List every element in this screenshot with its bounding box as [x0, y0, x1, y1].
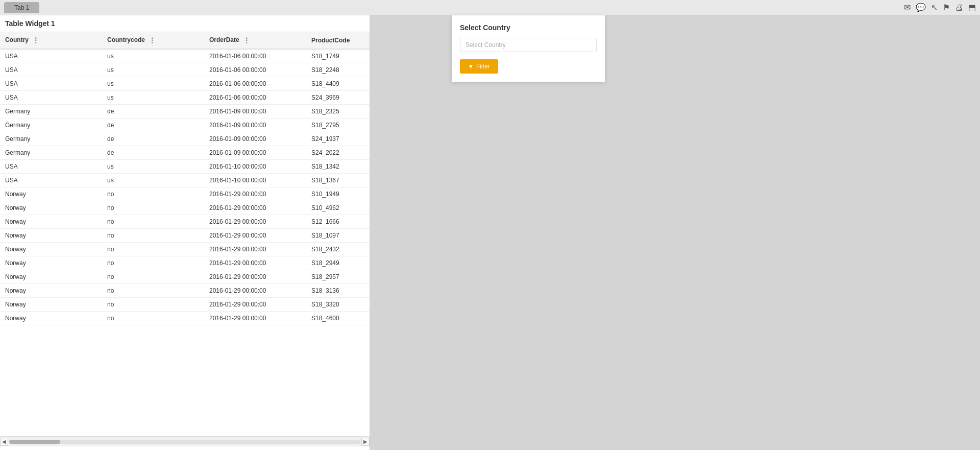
scroll-track[interactable]: [9, 440, 360, 444]
table-panel: Table Widget 1 Country ⋮ Countrycode ⋮: [0, 15, 370, 450]
col-menu-orderdate[interactable]: ⋮: [243, 36, 250, 44]
cell-country: USA: [0, 174, 102, 187]
cell-productcode: S18_2432: [306, 243, 370, 256]
cell-productcode: S18_1367: [306, 174, 370, 187]
col-header-orderdate[interactable]: OrderDate ⋮: [204, 32, 306, 49]
flag-icon[interactable]: ⚑: [943, 3, 950, 12]
tab-container: Tab 1: [4, 2, 39, 13]
cell-orderdate: 2016-01-09 00:00:00: [204, 105, 306, 119]
cell-country: USA: [0, 160, 102, 174]
cell-productcode: S18_2795: [306, 119, 370, 132]
table-row[interactable]: Germany de 2016-01-09 00:00:00 S18_2325: [0, 105, 370, 119]
cell-country: USA: [0, 63, 102, 77]
table-row[interactable]: Norway no 2016-01-29 00:00:00 S18_1097: [0, 229, 370, 243]
cell-countrycode: us: [102, 174, 204, 187]
right-panel: Select Country Select Country USA German…: [370, 15, 980, 450]
cell-orderdate: 2016-01-06 00:00:00: [204, 91, 306, 105]
scroll-left-arrow[interactable]: ◀: [0, 438, 8, 446]
table-row[interactable]: USA us 2016-01-06 00:00:00 S18_2248: [0, 63, 370, 77]
table-row[interactable]: Germany de 2016-01-09 00:00:00 S18_2795: [0, 119, 370, 132]
table-row[interactable]: Norway no 2016-01-29 00:00:00 S18_2949: [0, 256, 370, 270]
col-menu-country[interactable]: ⋮: [32, 36, 39, 44]
cell-orderdate: 2016-01-06 00:00:00: [204, 77, 306, 91]
cell-country: Norway: [0, 243, 102, 256]
cell-country: Norway: [0, 270, 102, 284]
cell-country: Norway: [0, 201, 102, 215]
filter-panel: Select Country Select Country USA German…: [452, 15, 605, 82]
table-row[interactable]: Germany de 2016-01-09 00:00:00 S24_2022: [0, 146, 370, 160]
export-icon[interactable]: ⬒: [968, 3, 976, 12]
table-row[interactable]: USA us 2016-01-10 00:00:00 S18_1342: [0, 160, 370, 174]
cell-productcode: S12_1666: [306, 215, 370, 229]
print-icon[interactable]: 🖨: [955, 3, 963, 12]
cell-country: Norway: [0, 215, 102, 229]
cell-country: USA: [0, 91, 102, 105]
cell-countrycode: us: [102, 63, 204, 77]
cell-productcode: S18_1097: [306, 229, 370, 243]
filter-button-label: Filter: [476, 63, 490, 70]
cell-countrycode: no: [102, 256, 204, 270]
cell-productcode: S10_1949: [306, 187, 370, 201]
cell-productcode: S24_3969: [306, 91, 370, 105]
cell-country: USA: [0, 77, 102, 91]
tab-1[interactable]: Tab 1: [4, 2, 39, 13]
table-row[interactable]: Norway no 2016-01-29 00:00:00 S18_3136: [0, 284, 370, 298]
cell-orderdate: 2016-01-10 00:00:00: [204, 160, 306, 174]
table-row[interactable]: Norway no 2016-01-29 00:00:00 S10_1949: [0, 187, 370, 201]
cell-productcode: S18_1749: [306, 49, 370, 63]
data-table: Country ⋮ Countrycode ⋮ OrderDate ⋮: [0, 32, 370, 325]
cell-orderdate: 2016-01-29 00:00:00: [204, 201, 306, 215]
cell-orderdate: 2016-01-29 00:00:00: [204, 243, 306, 256]
table-row[interactable]: Norway no 2016-01-29 00:00:00 S18_4600: [0, 312, 370, 325]
col-header-productcode[interactable]: ProductCode: [306, 32, 370, 49]
cell-countrycode: us: [102, 91, 204, 105]
cell-countrycode: no: [102, 270, 204, 284]
col-header-country[interactable]: Country ⋮: [0, 32, 102, 49]
cell-productcode: S24_2022: [306, 146, 370, 160]
table-row[interactable]: Norway no 2016-01-29 00:00:00 S10_4962: [0, 201, 370, 215]
table-row[interactable]: USA us 2016-01-06 00:00:00 S18_1749: [0, 49, 370, 63]
cell-orderdate: 2016-01-09 00:00:00: [204, 132, 306, 146]
filter-funnel-icon: ▼: [468, 63, 474, 69]
cell-countrycode: no: [102, 284, 204, 298]
table-row[interactable]: Germany de 2016-01-09 00:00:00 S24_1937: [0, 132, 370, 146]
widget-title: Table Widget 1: [0, 15, 370, 32]
table-row[interactable]: Norway no 2016-01-29 00:00:00 S18_3320: [0, 298, 370, 312]
cell-orderdate: 2016-01-29 00:00:00: [204, 229, 306, 243]
email-icon[interactable]: ✉: [904, 3, 911, 12]
chat-icon[interactable]: 💬: [916, 3, 926, 12]
table-row[interactable]: USA us 2016-01-06 00:00:00 S18_4409: [0, 77, 370, 91]
cursor-icon[interactable]: ↖: [931, 3, 938, 12]
table-scroll-container[interactable]: Country ⋮ Countrycode ⋮ OrderDate ⋮: [0, 32, 370, 436]
table-row[interactable]: USA us 2016-01-10 00:00:00 S18_1367: [0, 174, 370, 187]
cell-orderdate: 2016-01-29 00:00:00: [204, 270, 306, 284]
filter-title: Select Country: [460, 23, 597, 32]
col-menu-countrycode[interactable]: ⋮: [149, 36, 156, 44]
scroll-right-arrow[interactable]: ▶: [361, 438, 370, 446]
col-header-countrycode[interactable]: Countrycode ⋮: [102, 32, 204, 49]
table-row[interactable]: Norway no 2016-01-29 00:00:00 S18_2432: [0, 243, 370, 256]
table-row[interactable]: Norway no 2016-01-29 00:00:00 S18_2957: [0, 270, 370, 284]
cell-countrycode: us: [102, 77, 204, 91]
cell-countrycode: no: [102, 215, 204, 229]
cell-countrycode: de: [102, 105, 204, 119]
cell-country: Germany: [0, 146, 102, 160]
top-bar: Tab 1 ✉ 💬 ↖ ⚑ 🖨 ⬒: [0, 0, 980, 15]
cell-country: Norway: [0, 284, 102, 298]
filter-button[interactable]: ▼ Filter: [460, 59, 498, 74]
table-wrapper: Country ⋮ Countrycode ⋮ OrderDate ⋮: [0, 32, 370, 450]
cell-orderdate: 2016-01-06 00:00:00: [204, 63, 306, 77]
top-icons: ✉ 💬 ↖ ⚑ 🖨 ⬒: [904, 3, 976, 12]
cell-productcode: S18_3320: [306, 298, 370, 312]
table-row[interactable]: USA us 2016-01-06 00:00:00 S24_3969: [0, 91, 370, 105]
cell-productcode: S18_2325: [306, 105, 370, 119]
table-row[interactable]: Norway no 2016-01-29 00:00:00 S12_1666: [0, 215, 370, 229]
cell-productcode: S24_1937: [306, 132, 370, 146]
cell-country: Germany: [0, 132, 102, 146]
cell-countrycode: no: [102, 312, 204, 325]
cell-countrycode: no: [102, 187, 204, 201]
cell-country: Norway: [0, 298, 102, 312]
country-select[interactable]: Select Country USA Germany Norway: [460, 38, 597, 52]
cell-productcode: S18_2957: [306, 270, 370, 284]
horizontal-scrollbar: ◀ ▶: [0, 436, 370, 446]
